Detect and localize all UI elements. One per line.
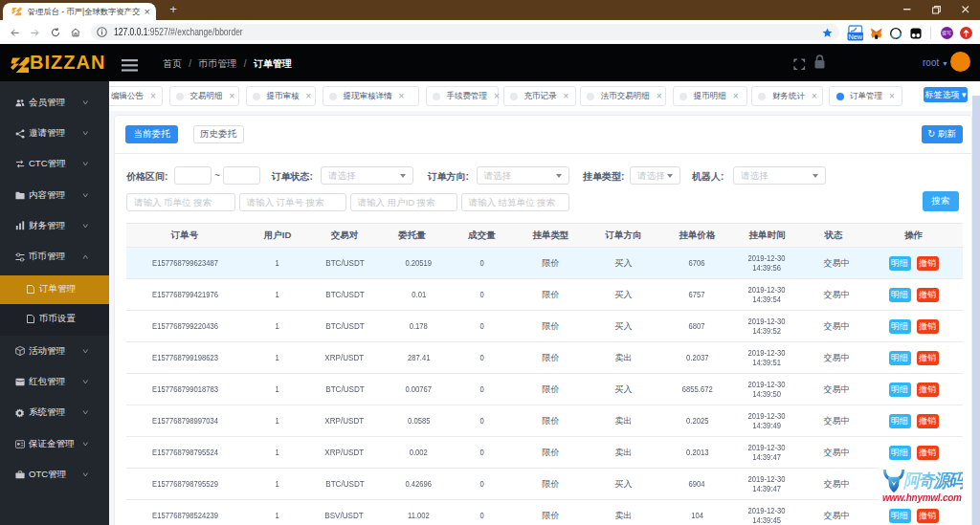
- svg-text:New: New: [848, 33, 862, 41]
